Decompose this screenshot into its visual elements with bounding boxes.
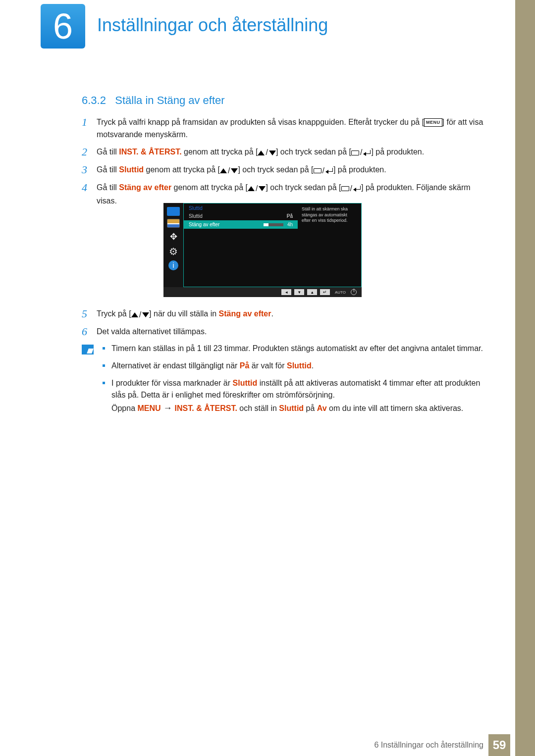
step-number: 4 xyxy=(82,182,97,194)
gear-icon: ⚙ xyxy=(167,246,180,257)
updown-icon: / xyxy=(258,147,275,159)
osd-menu: Sluttid SluttidPå Stäng av efter 4h xyxy=(184,203,298,287)
left-icon: ◂ xyxy=(281,289,291,295)
section-title: Ställa in Stäng av efter xyxy=(115,94,224,106)
step-number: 1 xyxy=(82,116,97,128)
down-icon: ▾ xyxy=(294,289,304,295)
chapter-badge: 6 xyxy=(41,4,85,49)
step-text: Det valda alternativet tillämpas. xyxy=(97,326,488,338)
monitor-icon xyxy=(167,207,180,216)
osd-row-selected: Stäng av efter 4h xyxy=(184,220,298,229)
section-heading: 6.3.2 Ställa in Stäng av efter xyxy=(82,94,225,107)
sidebar-stripe xyxy=(515,0,535,756)
updown-icon: / xyxy=(248,183,266,195)
note-block: Timern kan ställas in på 1 till 23 timma… xyxy=(82,343,488,420)
step-text: Gå till Sluttid genom att trycka på [/] … xyxy=(97,164,488,177)
step-text: Tryck på [/] när du vill ställa in Stäng… xyxy=(97,308,488,321)
osd-row: SluttidPå xyxy=(184,212,298,220)
osd-description: Ställ in att skärmen ska stängas av auto… xyxy=(298,203,361,287)
note-list: Timern kan ställas in på 1 till 23 timma… xyxy=(103,343,488,420)
step-list: 1 Tryck på valfri knapp på framsidan av … xyxy=(82,111,488,212)
note-icon xyxy=(82,345,94,354)
arrow-icon: → xyxy=(161,403,175,413)
rect-return-icon: / xyxy=(341,183,361,195)
updown-icon: / xyxy=(220,165,238,177)
section-number: 6.3.2 xyxy=(82,94,106,106)
step-number: 3 xyxy=(82,164,97,176)
footer: 6 Inställningar och återställning 59 xyxy=(0,734,515,756)
step-number: 5 xyxy=(82,308,97,320)
note-item: Timern kan ställas in på 1 till 23 timma… xyxy=(103,343,488,355)
menu-button-icon: MENU xyxy=(424,118,442,127)
info-icon: i xyxy=(168,260,178,270)
step-list-continued: 5 Tryck på [/] när du vill ställa in Stä… xyxy=(82,303,488,343)
rect-return-icon: / xyxy=(314,165,333,177)
osd-sidebar: ✥ ⚙ i xyxy=(163,203,183,287)
note-item: I produkter för vissa marknader är Slutt… xyxy=(103,377,488,415)
step-text: Tryck på valfri knapp på framsidan av pr… xyxy=(97,116,488,141)
up-icon: ▴ xyxy=(307,289,317,295)
updown-icon: / xyxy=(131,309,149,321)
step-number: 2 xyxy=(82,146,97,158)
osd-menu-title: Sluttid xyxy=(184,203,298,212)
page-number: 59 xyxy=(488,734,510,756)
power-icon xyxy=(351,289,357,295)
arrows-icon: ✥ xyxy=(167,231,180,243)
osd-bottom-bar: ◂ ▾ ▴ ↵ AUTO xyxy=(163,287,362,297)
rect-return-icon: / xyxy=(351,147,371,159)
step-number: 6 xyxy=(82,326,97,338)
enter-icon: ↵ xyxy=(320,289,330,295)
footer-text: 6 Inställningar och återställning xyxy=(374,741,483,750)
osd-screenshot: ✥ ⚙ i Sluttid SluttidPå Stäng av efter 4… xyxy=(163,203,362,297)
slider-icon xyxy=(264,223,283,226)
auto-label: AUTO xyxy=(333,290,348,295)
chapter-title: Inställningar och återställning xyxy=(97,15,328,36)
step-text: Gå till INST. & ÅTERST. genom att trycka… xyxy=(97,146,488,159)
note-item: Alternativet är endast tillgängligt när … xyxy=(103,360,488,372)
bars-icon xyxy=(167,219,180,228)
